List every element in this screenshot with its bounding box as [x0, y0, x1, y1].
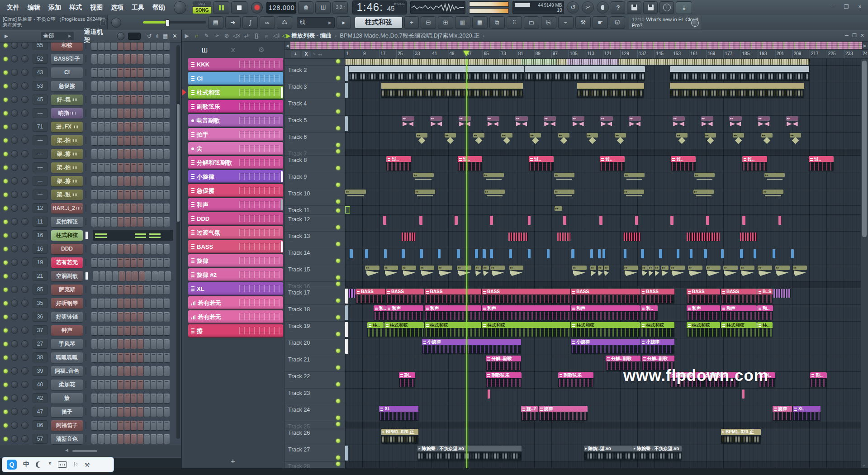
track-options-dots[interactable]: ⋯	[285, 197, 345, 201]
clip-marker[interactable]	[455, 216, 458, 225]
step-cell[interactable]	[164, 68, 170, 77]
step-cell[interactable]	[124, 204, 130, 213]
step-cell[interactable]	[104, 407, 110, 417]
pan-knob[interactable]	[11, 299, 18, 307]
sample-clip[interactable]: ▸▸	[694, 173, 715, 188]
step-cell[interactable]	[138, 68, 143, 77]
channel-led[interactable]	[4, 166, 8, 170]
step-cell[interactable]	[164, 312, 170, 322]
step-cell[interactable]	[157, 353, 163, 362]
channel-mute-indicator[interactable]	[85, 191, 89, 198]
track-led[interactable]	[336, 126, 340, 130]
menu-item-3[interactable]: 样式	[65, 0, 86, 15]
volume-knob[interactable]	[21, 123, 28, 130]
step-cell[interactable]	[151, 285, 157, 294]
sample-clip[interactable]: ▸▸	[572, 116, 584, 131]
step-cell[interactable]	[91, 339, 97, 349]
step-cell[interactable]	[131, 285, 137, 294]
step-cell[interactable]	[124, 339, 130, 349]
channel-target-number[interactable]: 36	[33, 312, 47, 322]
clip-marker[interactable]	[602, 249, 605, 258]
step-cell[interactable]	[98, 204, 104, 213]
step-cell[interactable]	[104, 95, 110, 104]
step-cell[interactable]	[164, 43, 170, 50]
step-cell[interactable]	[151, 122, 157, 132]
step-cell[interactable]	[91, 136, 97, 145]
track-name[interactable]: Track 18	[285, 305, 345, 313]
pattern-clip[interactable]: 柱式和弦	[482, 322, 570, 337]
step-cell[interactable]	[151, 366, 157, 376]
sample-clip[interactable]: ▸▸	[487, 116, 499, 131]
minimap-strip[interactable]	[290, 42, 862, 49]
channel-mute-indicator[interactable]	[85, 82, 89, 90]
track-led[interactable]	[336, 299, 340, 303]
track-lane[interactable]: ▸▸	[345, 206, 861, 215]
track-led[interactable]	[336, 149, 340, 153]
menu-item-6[interactable]: 工具	[128, 0, 148, 15]
step-cell[interactable]	[98, 339, 104, 349]
step-cell[interactable]	[157, 380, 163, 390]
step-cell[interactable]	[98, 434, 104, 444]
step-cell[interactable]	[111, 285, 117, 294]
play-icon[interactable]: ▶	[5, 33, 8, 38]
track-name[interactable]: Track 19	[285, 322, 345, 329]
step-cell[interactable]	[157, 434, 163, 444]
magnet-icon[interactable]: ∩	[192, 32, 202, 40]
step-cell[interactable]	[124, 421, 130, 430]
sample-clip[interactable]: ▸▸	[402, 116, 414, 131]
track-options-dots[interactable]: ⋯	[285, 223, 345, 227]
channel-mute-indicator[interactable]	[85, 381, 89, 388]
restore-button[interactable]: ❐	[841, 3, 852, 11]
striped-clip[interactable]	[402, 233, 415, 241]
pan-knob[interactable]	[11, 286, 18, 293]
step-cell[interactable]	[131, 190, 137, 200]
step-cell[interactable]	[111, 217, 117, 227]
step-cell[interactable]	[131, 421, 137, 430]
channel-button[interactable]: 好听铃铛	[51, 312, 83, 322]
step-cell[interactable]	[151, 163, 157, 172]
step-cell[interactable]	[124, 258, 130, 267]
step-cell[interactable]	[131, 299, 137, 308]
clip-marker[interactable]	[624, 249, 626, 258]
step-cell[interactable]	[104, 366, 110, 376]
track-header[interactable]: Track 3⋯	[285, 82, 345, 99]
channel-target-number[interactable]: 37	[33, 325, 47, 335]
channel-mute-indicator[interactable]	[85, 408, 89, 415]
track-led[interactable]	[336, 183, 340, 187]
menu-item-2[interactable]: 添加	[44, 0, 65, 15]
sample-clip[interactable]: ▸▸	[555, 206, 562, 214]
pattern-clip[interactable]: 柱式和弦	[425, 322, 481, 337]
step-cell[interactable]	[138, 394, 143, 403]
step-cell[interactable]	[124, 176, 130, 186]
step-cell[interactable]	[111, 353, 117, 362]
sample-clip[interactable]: ▸▸	[790, 133, 801, 148]
pattern-item[interactable]: DDD	[188, 212, 283, 225]
channel-mute-indicator[interactable]	[85, 109, 89, 117]
volume-knob[interactable]	[21, 272, 28, 280]
pattern-clip[interactable]: BASS	[425, 289, 481, 304]
step-cell[interactable]	[164, 421, 170, 430]
sample-clip[interactable]: ▸▸	[572, 266, 587, 280]
step-cell[interactable]	[131, 122, 137, 132]
step-cell[interactable]	[131, 95, 137, 104]
channel-target-number[interactable]: 43	[33, 67, 47, 77]
volume-knob[interactable]	[21, 164, 28, 171]
step-cell[interactable]	[131, 54, 137, 64]
step-cell[interactable]	[131, 149, 137, 159]
pan-knob[interactable]	[11, 272, 18, 280]
volume-knob[interactable]	[21, 422, 28, 429]
pattern-clip[interactable]: 过..	[600, 156, 625, 171]
pan-knob[interactable]	[11, 177, 18, 185]
step-cell[interactable]	[165, 271, 171, 281]
keyboard-icon[interactable]	[58, 461, 67, 468]
pattern-item[interactable]: 急促擦	[188, 184, 283, 197]
track-name[interactable]: Track 9	[285, 172, 345, 180]
snap-selector[interactable]: 线▶	[297, 17, 335, 28]
step-cell[interactable]	[119, 271, 125, 281]
step-cell[interactable]	[151, 339, 157, 349]
master-volume-knob[interactable]	[174, 1, 186, 14]
download-button[interactable]: ⤓	[676, 1, 692, 14]
channel-led[interactable]	[4, 98, 8, 102]
track-header[interactable]: Track 4⋯	[285, 99, 345, 116]
volume-knob[interactable]	[21, 354, 28, 361]
